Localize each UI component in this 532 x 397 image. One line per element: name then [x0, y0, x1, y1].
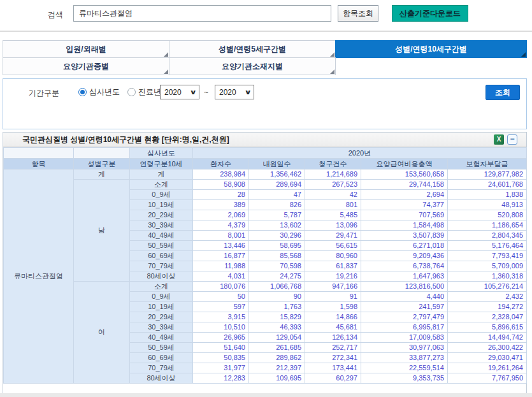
search-bar: 검색 항목조회 산출기준다운로드 — [0, 5, 532, 24]
radio-review-year-label[interactable]: 심사년도 — [89, 87, 120, 97]
item-cell: 류마티스관절염 — [4, 170, 74, 384]
value-cell: 74,377 — [361, 200, 448, 210]
value-cell: 5,709,009 — [448, 261, 527, 271]
value-cell: 29,030,471 — [448, 353, 527, 363]
chevron-down-icon: ∨ — [244, 89, 251, 96]
header-year-2020: 2020년 — [193, 148, 527, 159]
value-cell: 194,272 — [448, 302, 527, 312]
value-cell: 7,793,419 — [448, 251, 527, 261]
year-from-select[interactable]: 2020 ∨ — [160, 85, 199, 99]
gender-cell: 여 — [74, 282, 130, 384]
result-table: 심사년도 2020년 항목 성별구분 연령구분10세 환자수 내원일수 청구건수… — [3, 147, 527, 384]
radio-review-year[interactable] — [78, 88, 87, 96]
collapse-minus-icon[interactable]: − — [507, 134, 517, 145]
value-cell: 4,379 — [193, 220, 249, 231]
value-cell: 105,276,214 — [448, 282, 527, 292]
age-group-cell: 60_69세 — [130, 353, 193, 363]
value-cell: 24,275 — [249, 271, 305, 282]
value-cell: 26,300,422 — [448, 343, 527, 353]
tab-institution-location[interactable]: 요양기관소재지별 — [169, 57, 336, 75]
criteria-download-button[interactable]: 산출기준다운로드 — [392, 5, 468, 22]
age-group-cell: 30_39세 — [130, 220, 193, 231]
age-group-cell: 40_49세 — [130, 231, 193, 241]
value-cell: 9,353,735 — [361, 373, 448, 384]
value-cell: 252,717 — [305, 343, 361, 353]
tab-inpatient-outpatient[interactable]: 입원/외래별 — [3, 40, 169, 58]
year-from-value: 2020 — [164, 88, 182, 97]
value-cell: 56,615 — [305, 241, 361, 251]
col-header-gender: 성별구분 — [74, 159, 130, 170]
value-cell: 51,640 — [193, 343, 249, 353]
value-cell: 14,866 — [305, 312, 361, 322]
value-cell: 10,510 — [193, 322, 249, 333]
result-panel: 국민관심질병 성별/연령10세구간별 현황 [단위:명,일,건,천원] X − … — [3, 132, 527, 397]
tab-gender-age10[interactable]: 성별/연령10세구간별 — [335, 40, 527, 58]
value-cell: 26,965 — [193, 333, 249, 343]
col-header-visit-days: 내원일수 — [249, 159, 305, 170]
value-cell: 6,271,018 — [361, 241, 448, 251]
query-button[interactable]: 조회 — [485, 85, 520, 100]
col-header-item: 항목 — [4, 159, 74, 170]
value-cell: 238,984 — [193, 170, 249, 180]
tab-institution-type[interactable]: 요양기관종별 — [3, 57, 169, 75]
value-cell: 2,804,345 — [448, 231, 527, 241]
value-cell: 60,297 — [305, 373, 361, 384]
excel-download-icon[interactable]: X — [494, 134, 504, 145]
value-cell: 2,328,047 — [448, 312, 527, 322]
value-cell: 85,568 — [249, 251, 305, 261]
search-label: 검색 — [48, 10, 63, 20]
value-cell: 1,214,689 — [305, 170, 361, 180]
value-cell: 520,808 — [448, 210, 527, 220]
value-cell: 1,186,654 — [448, 220, 527, 231]
tab-strip: 입원/외래별 성별/연령5세구간별 성별/연령10세구간별 요양기관종별 요양기… — [3, 40, 527, 76]
value-cell: 12,283 — [193, 373, 249, 384]
value-cell: 30,296 — [249, 231, 305, 241]
header-spacer — [74, 148, 130, 159]
age-group-cell: 70_79세 — [130, 261, 193, 271]
age-group-cell: 50_59세 — [130, 343, 193, 353]
value-cell: 50,835 — [193, 353, 249, 363]
value-cell: 1,356,462 — [249, 170, 305, 180]
value-cell: 289,862 — [249, 353, 305, 363]
value-cell: 5,787 — [249, 210, 305, 220]
value-cell: 801 — [305, 200, 361, 210]
age-group-cell: 20_29세 — [130, 312, 193, 322]
year-to-select[interactable]: 2020 ∨ — [215, 85, 254, 99]
value-cell: 1,360,318 — [448, 271, 527, 282]
value-cell: 28 — [193, 190, 249, 200]
col-header-claims: 청구건수 — [305, 159, 361, 170]
value-cell: 29,744,158 — [361, 180, 448, 190]
value-cell: 2,797,479 — [361, 312, 448, 322]
value-cell: 9,209,436 — [361, 251, 448, 261]
item-lookup-button[interactable]: 항목조회 — [338, 5, 378, 22]
age-group-cell: 80세이상 — [130, 271, 193, 282]
value-cell: 46,393 — [249, 322, 305, 333]
tab-gender-age5[interactable]: 성별/연령5세구간별 — [169, 40, 336, 58]
value-cell: 180,076 — [193, 282, 249, 292]
value-cell: 597 — [193, 302, 249, 312]
radio-treatment-month[interactable] — [127, 88, 136, 96]
value-cell: 16,877 — [193, 251, 249, 261]
col-header-insurer-payment: 보험자부담금 — [448, 159, 527, 170]
value-cell: 45,681 — [305, 322, 361, 333]
age-group-cell: 60_69세 — [130, 251, 193, 261]
value-cell: 212,397 — [249, 363, 305, 373]
age-group-cell: 50_59세 — [130, 241, 193, 251]
search-input[interactable] — [73, 5, 331, 22]
value-cell: 1,598 — [305, 302, 361, 312]
value-cell: 29,471 — [305, 231, 361, 241]
value-cell: 47 — [249, 190, 305, 200]
header-row-columns: 항목 성별구분 연령구분10세 환자수 내원일수 청구건수 요양급여비용총액 보… — [4, 159, 527, 170]
value-cell: 1,763 — [249, 302, 305, 312]
value-cell: 5,176,464 — [448, 241, 527, 251]
header-row-year: 심사년도 2020년 — [4, 148, 527, 159]
value-cell: 173,441 — [305, 363, 361, 373]
value-cell: 5,896,615 — [448, 322, 527, 333]
value-cell: 4,440 — [361, 292, 448, 302]
table-title-bar: 국민관심질병 성별/연령10세구간별 현황 [단위:명,일,건,천원] X − — [3, 133, 526, 147]
value-cell: 90 — [249, 292, 305, 302]
period-type-label: 기간구분 — [29, 88, 59, 99]
col-header-age-group: 연령구분10세 — [130, 159, 193, 170]
header-review-year: 심사년도 — [130, 148, 193, 159]
value-cell: 42 — [305, 190, 361, 200]
